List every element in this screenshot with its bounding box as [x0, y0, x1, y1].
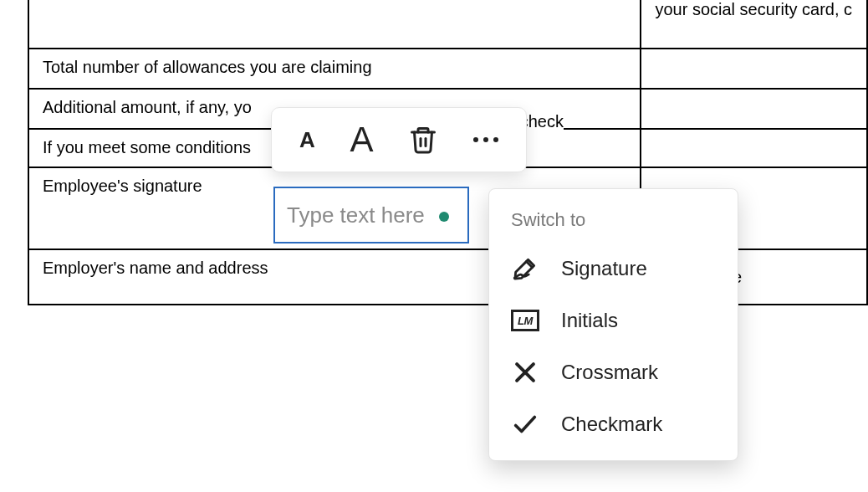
menu-item-initials[interactable]: LM Initials — [489, 295, 738, 346]
cell-social-security-note: your social security card, c — [641, 0, 867, 49]
menu-item-label: Crossmark — [561, 361, 658, 384]
delete-button[interactable] — [408, 125, 438, 155]
cell-additional-value[interactable] — [641, 89, 867, 129]
menu-item-label: Initials — [561, 309, 618, 332]
menu-item-checkmark[interactable]: Checkmark — [489, 398, 738, 450]
menu-item-signature[interactable]: Signature — [489, 243, 738, 295]
checkmark-icon — [511, 410, 539, 438]
more-icon — [473, 137, 478, 142]
menu-header: Switch to — [489, 201, 738, 243]
text-annotation-field[interactable] — [273, 187, 469, 243]
decrease-font-button[interactable]: A — [299, 127, 315, 153]
cell-conditions-value[interactable] — [641, 129, 867, 167]
more-options-button[interactable] — [473, 137, 498, 142]
increase-font-button[interactable]: A — [350, 120, 373, 160]
cell-empty-top — [28, 0, 641, 49]
initials-icon: LM — [511, 306, 539, 335]
trash-icon — [408, 125, 438, 155]
switch-to-menu: Switch to Signature LM Initials Crossmar… — [488, 188, 738, 461]
text-annotation-input[interactable] — [287, 202, 456, 228]
menu-item-crossmark[interactable]: Crossmark — [489, 346, 738, 398]
text-edit-toolbar: A A — [271, 107, 527, 172]
menu-item-label: Signature — [561, 257, 647, 280]
crossmark-icon — [511, 358, 539, 387]
signature-icon — [511, 254, 539, 283]
menu-item-label: Checkmark — [561, 413, 662, 436]
cell-allowances-value[interactable] — [641, 49, 867, 89]
cell-allowances-label: Total number of allowances you are claim… — [28, 49, 641, 89]
resize-handle[interactable] — [439, 212, 449, 222]
